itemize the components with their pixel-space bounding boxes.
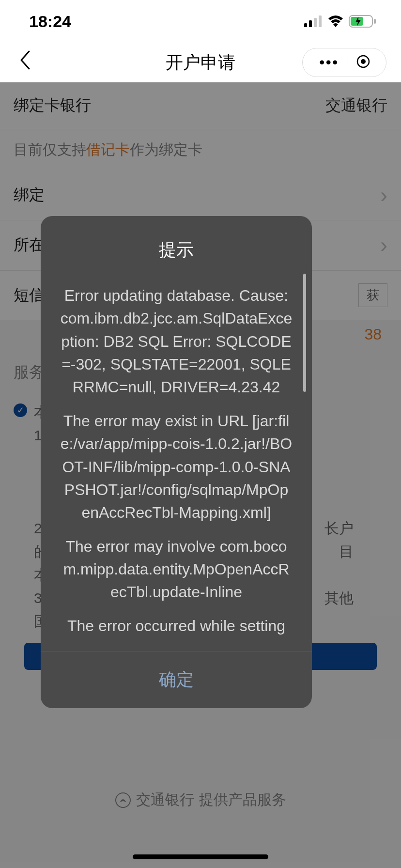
status-icons <box>304 15 377 28</box>
modal-message-4: The error occurred while setting <box>60 615 293 637</box>
alert-modal: 提示 Error updating database. Cause: com.i… <box>41 216 312 708</box>
svg-rect-0 <box>304 23 307 27</box>
modal-confirm-button[interactable]: 确定 <box>41 651 312 708</box>
svg-rect-2 <box>314 18 317 27</box>
battery-charging-icon <box>349 15 377 28</box>
status-bar: 18:24 <box>0 0 401 43</box>
wifi-icon <box>327 16 344 27</box>
page-content: 绑定卡银行 交通银行 目前仅支持借记卡作为绑定卡 绑定 所在 短信 获 38 服… <box>0 82 401 868</box>
modal-message-3: The error may involve com.bocom.mipp.dat… <box>60 535 293 604</box>
menu-icon[interactable]: ••• <box>310 54 348 71</box>
nav-bar: 开户申请 ••• <box>0 43 401 82</box>
mini-program-capsule: ••• <box>302 48 386 77</box>
modal-body[interactable]: Error updating database. Cause: com.ibm.… <box>60 284 293 646</box>
modal-title: 提示 <box>41 216 312 270</box>
svg-rect-3 <box>319 16 322 27</box>
page-title: 开户申请 <box>166 51 235 75</box>
modal-message-1: Error updating database. Cause: com.ibm.… <box>60 284 293 399</box>
status-time: 18:24 <box>29 12 71 31</box>
cellular-signal-icon <box>304 16 323 27</box>
modal-message-2: The error may exist in URL [jar:file:/va… <box>60 410 293 525</box>
svg-point-8 <box>361 59 366 64</box>
svg-rect-6 <box>374 19 376 24</box>
modal-body-wrap: Error updating database. Cause: com.ibm.… <box>41 270 312 651</box>
svg-rect-1 <box>309 20 312 27</box>
back-button[interactable] <box>15 50 36 75</box>
close-target-icon[interactable] <box>348 54 378 71</box>
scrollbar-thumb[interactable] <box>303 274 306 392</box>
